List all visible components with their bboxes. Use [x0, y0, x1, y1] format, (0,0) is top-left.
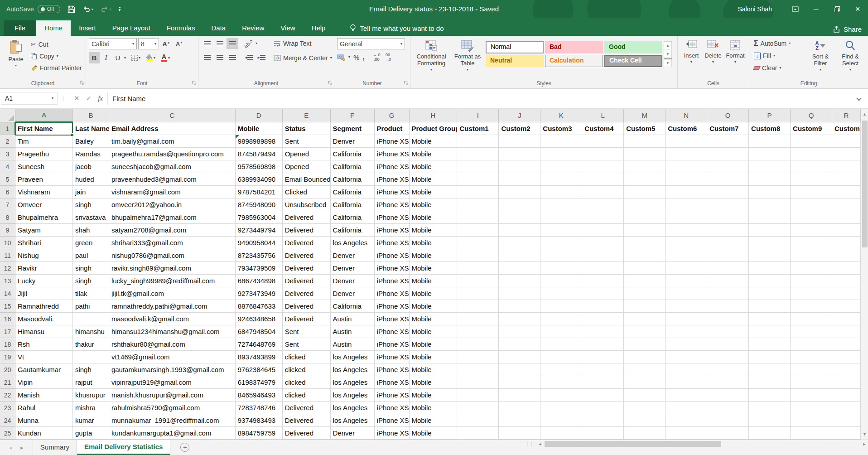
sheet-tab-summary[interactable]: Summary [33, 440, 77, 455]
cell-N17[interactable] [665, 325, 707, 338]
cell-R24[interactable] [832, 414, 861, 427]
cell-K25[interactable] [540, 427, 582, 440]
cell-I2[interactable] [457, 135, 499, 148]
cell-Q12[interactable] [791, 262, 832, 275]
cell-J25[interactable] [499, 427, 540, 440]
cell-R22[interactable] [832, 389, 861, 402]
cell-B6[interactable]: jain [73, 186, 109, 198]
cell-D18[interactable]: 7274648769 [236, 338, 283, 351]
cell-F17[interactable]: Austin [331, 325, 375, 338]
decrease-font-button[interactable]: A▼ [174, 39, 185, 49]
cell-H9[interactable]: Mobile [410, 224, 458, 237]
bold-button[interactable]: B [89, 52, 100, 63]
cell-R23[interactable] [832, 402, 861, 414]
comma-style-button[interactable]: , [362, 53, 365, 62]
cell-P13[interactable] [749, 275, 791, 287]
cell-I3[interactable] [457, 148, 499, 160]
cell-K5[interactable] [540, 173, 582, 186]
cell-K23[interactable] [540, 402, 582, 414]
cell-G17[interactable]: iPhone XS [375, 325, 410, 338]
cell-C16[interactable]: masoodvali.k@gmail.com [109, 313, 236, 325]
cell-E1[interactable]: Status [283, 122, 331, 135]
cell-N21[interactable] [665, 376, 707, 389]
cell-C19[interactable]: vt1469@gmail.com [109, 351, 236, 363]
cell-A16[interactable]: Masoodvali. [15, 313, 73, 325]
formula-content[interactable]: First Name [108, 95, 857, 102]
cell-D25[interactable]: 8984759759 [236, 427, 283, 440]
autosum-button[interactable]: Σ AutoSum ▾ [752, 38, 805, 49]
cell-A2[interactable]: Tim [15, 135, 73, 148]
conditional-formatting-button[interactable]: ≠ Conditional Formatting ▾ [413, 38, 449, 72]
row-header-17[interactable]: 17 [0, 325, 15, 338]
row-header-16[interactable]: 16 [0, 313, 15, 325]
cell-G12[interactable]: iPhone XS [375, 262, 410, 275]
cell-Q13[interactable] [791, 275, 832, 287]
cell-D1[interactable]: Mobile [236, 122, 283, 135]
tab-help[interactable]: Help [304, 20, 334, 36]
cell-O21[interactable] [707, 376, 749, 389]
percent-style-button[interactable]: % [353, 53, 359, 61]
cell-B22[interactable]: khusrupur [73, 389, 109, 402]
cell-D10[interactable]: 9490958044 [236, 237, 283, 249]
cell-J4[interactable] [499, 160, 540, 173]
cell-F5[interactable]: California [331, 173, 375, 186]
cell-H20[interactable]: Mobile [410, 363, 458, 376]
cell-C10[interactable]: shrihari333@gmail.com [109, 237, 236, 249]
cell-A23[interactable]: Rahul [15, 402, 73, 414]
row-header-25[interactable]: 25 [0, 427, 15, 440]
cell-O4[interactable] [707, 160, 749, 173]
cell-C6[interactable]: vishnaram@gmail.com [109, 186, 236, 198]
cell-H22[interactable]: Mobile [410, 389, 458, 402]
cell-E24[interactable]: Delivered [283, 414, 331, 427]
cell-G16[interactable]: iPhone XS [375, 313, 410, 325]
cell-O13[interactable] [707, 275, 749, 287]
fill-color-button[interactable] [146, 54, 153, 61]
cell-G10[interactable]: iPhone XS [375, 237, 410, 249]
cell-O1[interactable]: Custom7 [707, 122, 749, 135]
cell-I1[interactable]: Custom1 [457, 122, 499, 135]
cell-J6[interactable] [499, 186, 540, 198]
cell-E10[interactable]: Delivered [283, 237, 331, 249]
cell-D11[interactable]: 8723435756 [236, 249, 283, 262]
cell-D24[interactable]: 9374983493 [236, 414, 283, 427]
cell-E18[interactable]: Sent [283, 338, 331, 351]
cell-I14[interactable] [457, 287, 499, 300]
delete-cells-button[interactable]: Delete ▾ [702, 38, 724, 64]
cell-J13[interactable] [499, 275, 540, 287]
cell-F12[interactable]: Denver [331, 262, 375, 275]
cell-A1[interactable]: First Name [15, 122, 73, 135]
cell-C2[interactable]: tim.baily@gmail.com [109, 135, 236, 148]
cell-B21[interactable]: rajput [73, 376, 109, 389]
cell-L17[interactable] [582, 325, 624, 338]
cell-K22[interactable] [540, 389, 582, 402]
cell-Q19[interactable] [791, 351, 832, 363]
cell-P16[interactable] [749, 313, 791, 325]
cell-P15[interactable] [749, 300, 791, 313]
cell-G6[interactable]: iPhone XS [375, 186, 410, 198]
cell-H5[interactable]: Mobile [410, 173, 458, 186]
cell-P18[interactable] [749, 338, 791, 351]
accounting-format-icon[interactable] [337, 54, 345, 61]
cell-K14[interactable] [540, 287, 582, 300]
col-header-B[interactable]: B [73, 109, 109, 122]
cell-N12[interactable] [665, 262, 707, 275]
cell-F2[interactable]: Denver [331, 135, 375, 148]
cell-B12[interactable]: singh [73, 262, 109, 275]
cell-P12[interactable] [749, 262, 791, 275]
cell-K7[interactable] [540, 198, 582, 211]
cell-R6[interactable] [832, 186, 861, 198]
cell-C11[interactable]: nishug0786@gmail.com [109, 249, 236, 262]
cell-D4[interactable]: 9578569898 [236, 160, 283, 173]
cell-F1[interactable]: Segment [331, 122, 375, 135]
cell-G21[interactable]: iPhone XS [375, 376, 410, 389]
cell-H15[interactable]: Mobile [410, 300, 458, 313]
accounting-caret-icon[interactable]: ▾ [348, 55, 350, 59]
number-dialog-launcher[interactable] [404, 80, 409, 87]
cell-O7[interactable] [707, 198, 749, 211]
cell-L4[interactable] [582, 160, 624, 173]
cell-P4[interactable] [749, 160, 791, 173]
cell-M2[interactable] [624, 135, 665, 148]
cell-J19[interactable] [499, 351, 540, 363]
cell-I10[interactable] [457, 237, 499, 249]
cell-H25[interactable]: Mobile [410, 427, 458, 440]
